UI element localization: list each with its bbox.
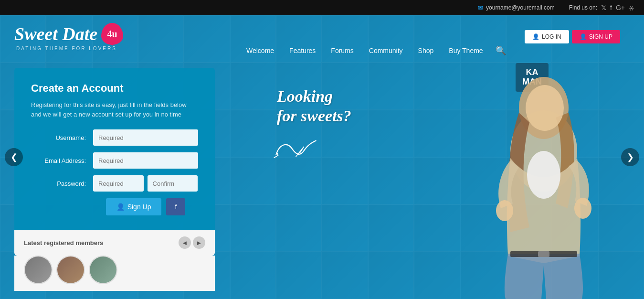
nav-shop[interactable]: Shop [411,43,442,58]
form-panel: Create an Account Registering for this s… [0,58,229,299]
top-bar: ✉ yourname@youremail.com Find us on: 𝕏 f… [0,0,644,15]
username-input[interactable] [93,129,198,146]
svg-point-3 [527,151,560,199]
hero-wave-graphic [272,135,320,159]
members-next-button[interactable]: ► [193,236,205,249]
member-avatar-1 [24,256,53,284]
logo-4u-badge: 4u ♥ [101,23,123,45]
members-bar: Latest registered members ◄ ► [14,230,215,256]
signup-form-label: Sign Up [127,203,151,211]
signup-form-icon: 👤 [116,203,125,211]
hero-content: Create an Account Registering for this s… [0,58,644,299]
hero-figure [467,65,620,299]
social-links: Find us on: 𝕏 f G+ ⚹ [569,4,634,12]
svg-point-2 [526,85,564,131]
brand-name: Sweet Date [14,25,97,43]
hero-tagline: Looking for sweets? [277,87,351,126]
username-row: Username: [31,129,198,146]
username-label: Username: [31,134,93,141]
svg-point-6 [496,200,513,221]
slider-next-icon: ❯ [627,152,634,162]
members-next-icon: ► [196,239,202,246]
hero-image-area: KA MAN Looking for sweets? [229,58,644,299]
logo-area: Sweet Date 4u ♥ DATING THEME FOR LOVERS [14,23,123,51]
slider-next-button[interactable]: ❯ [621,148,639,166]
member-avatar-3 [89,256,117,284]
main-nav: Welcome Features Forums Community Shop B… [239,42,511,60]
password-input[interactable] [93,175,144,192]
logo-heart-icon: ♥ [111,42,114,47]
nav-welcome[interactable]: Welcome [239,43,282,58]
login-button[interactable]: 👤 LOG IN [525,30,569,43]
svg-rect-5 [538,251,549,257]
login-label: LOG IN [542,33,561,40]
main-container: // Generate mosaic cells for(let i=0;i<8… [0,15,644,299]
hero-tagline-line1: Looking [277,87,351,107]
nav-features[interactable]: Features [282,43,323,58]
nav-community[interactable]: Community [361,43,411,58]
twitter-icon[interactable]: 𝕏 [601,4,606,11]
svg-point-7 [574,198,591,219]
members-prev-button[interactable]: ◄ [179,236,191,249]
email-row: Email Address: [31,152,198,169]
facebook-icon: f [175,203,177,211]
member-avatar-2 [56,256,85,284]
email-address: yourname@youremail.com [486,4,555,11]
password-row: Password: [31,175,198,192]
form-actions: 👤 Sign Up f [31,198,198,215]
password-label: Password: [31,180,93,187]
facebook-icon[interactable]: f [610,4,612,11]
facebook-button[interactable]: f [166,198,185,215]
logo-tagline: DATING THEME FOR LOVERS [16,46,117,51]
slider-prev-icon: ❮ [11,152,18,162]
search-icon[interactable]: 🔍 [491,42,511,60]
members-label: Latest registered members [24,239,103,246]
email-contact: ✉ yourname@youremail.com [478,4,555,11]
signup-header-icon: 👤 [580,33,587,40]
slider-prev-button[interactable]: ❮ [5,148,23,166]
nav-auth-area: 👤 LOG IN 👤 SIGN UP [525,30,634,43]
email-icon: ✉ [478,4,483,11]
nav-buy-theme[interactable]: Buy Theme [441,43,490,58]
email-label: Email Address: [31,157,93,164]
login-icon: 👤 [532,33,539,40]
email-input[interactable] [93,152,198,169]
signup-header-button[interactable]: 👤 SIGN UP [572,30,620,43]
password-inputs [93,175,198,192]
hero-tagline-line2: for sweets? [277,107,351,126]
member-avatars [14,256,215,291]
confirm-password-input[interactable] [148,175,198,192]
find-us-label: Find us on: [569,4,597,11]
form-title: Create an Account [31,82,198,95]
pinterest-icon[interactable]: ⚹ [629,4,634,12]
auth-buttons: 👤 LOG IN 👤 SIGN UP [525,30,620,43]
logo-suffix: 4u [107,29,117,39]
signup-form-button[interactable]: 👤 Sign Up [106,198,162,215]
nav-forums[interactable]: Forums [323,43,361,58]
form-description: Registering for this site is easy, just … [31,100,198,119]
members-prev-icon: ◄ [182,239,188,246]
logo-text: Sweet Date 4u ♥ [14,23,123,45]
members-nav: ◄ ► [179,236,205,249]
registration-form-box: Create an Account Registering for this s… [14,68,215,230]
signup-header-label: SIGN UP [589,33,612,40]
googleplus-icon[interactable]: G+ [616,4,625,11]
